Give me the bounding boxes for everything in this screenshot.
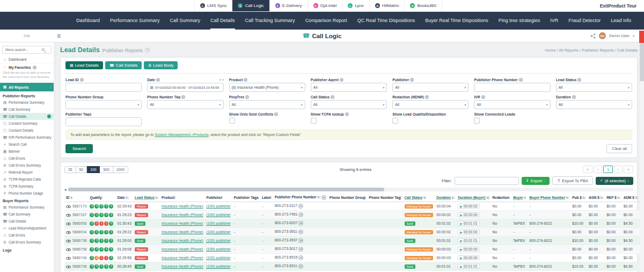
exit-product-tour-button[interactable]: ExitProduct Tour	[600, 3, 636, 9]
publisher-select[interactable]: All▾	[392, 83, 469, 92]
system-management-link[interactable]: System Management->Products	[155, 133, 208, 137]
scroll-left-icon[interactable]: ◂	[64, 188, 67, 192]
sidebar-item-call-summary[interactable]: ☎Call Summary	[0, 211, 54, 218]
breadcrumb[interactable]: Home / All Reports / Publisher Reports /…	[545, 48, 638, 53]
call-icon[interactable]: ☎	[298, 204, 303, 209]
call-icon[interactable]: ☎	[298, 264, 303, 269]
show-connected-leads-checkbox[interactable]	[474, 118, 480, 124]
page-size-500[interactable]: 500	[100, 166, 113, 173]
vertical-scrollbar[interactable]	[640, 44, 644, 272]
publisher-link[interactable]: (100) publisher	[206, 213, 230, 217]
sidebar-item-call-errors[interactable]: ⚠Call Errors	[0, 232, 54, 239]
nav-item-dashboard[interactable]: Dashboard	[76, 12, 100, 30]
col-ref[interactable]: REF $⇅i	[605, 194, 622, 202]
col-agn[interactable]: AGN $⇅i	[587, 194, 605, 202]
help-icon[interactable]: ?	[145, 48, 150, 53]
play-recording-button[interactable]: ▶00:00:00	[458, 230, 480, 234]
sidebar-item-lead-return-adjustment[interactable]: ↩Lead Return/Adjustment	[0, 225, 54, 232]
duration-select[interactable]: All▾	[556, 100, 632, 109]
sidebar-item-performance-summary[interactable]: ▤Performance Summary	[0, 99, 54, 106]
pager-next[interactable]: ›	[614, 166, 623, 173]
sidebar-item-call-details[interactable]: ☎Call Details	[0, 218, 54, 225]
vertical-scrollbar-thumb[interactable]	[640, 44, 644, 81]
page-size-100[interactable]: 100	[87, 166, 100, 173]
sidebar-item-call-errors[interactable]: ⚠Call Errors	[0, 155, 54, 162]
call-status-select[interactable]: All▾	[311, 100, 387, 109]
publisher-link[interactable]: (100) publisher	[206, 264, 230, 268]
product-tab-books360[interactable]: BBooks360	[404, 0, 442, 11]
product-select[interactable]: (6) Insurance Health (Phone)▾	[229, 83, 305, 92]
alert-tab[interactable]	[639, 31, 644, 43]
view-lead-icon[interactable]	[66, 223, 71, 225]
view-lead-icon[interactable]	[66, 205, 71, 208]
view-lead-icon[interactable]	[66, 231, 71, 234]
show-only-sold-conflicts-checkbox[interactable]	[229, 118, 235, 124]
publisher-link[interactable]: (100) publisher	[206, 256, 230, 260]
nav-item-comparison-report[interactable]: Comparison Report	[305, 12, 347, 30]
show-lead-quality-disposition-checkbox[interactable]	[392, 118, 398, 124]
product-link[interactable]: Insurance Health (Phone)	[162, 256, 203, 260]
export-to-pbx-button[interactable]: ↥Export To PBX	[552, 176, 593, 185]
nav-item-fraud-detector[interactable]: Fraud Detector	[568, 12, 601, 30]
product-tab-opt-intel[interactable]: OOpt-Intel	[308, 0, 342, 11]
pager-last[interactable]: »	[624, 166, 633, 173]
nav-item-buyer-real-time-dispositions[interactable]: Buyer Real Time Dispositions	[425, 12, 488, 30]
phone-number-group-select[interactable]: ▾	[65, 100, 142, 109]
sidebar-item-ivr-performance-summary[interactable]: ☎IVR Performance Summary	[0, 134, 54, 141]
page-size-1000[interactable]: 1000	[113, 166, 128, 173]
search-button[interactable]: Search	[65, 144, 93, 153]
product-tab-lms-sync[interactable]: LLMS Sync	[194, 0, 232, 11]
product-tab-lynx[interactable]: LLynx	[342, 0, 369, 11]
tab-call-details[interactable]: ☎Call Details	[105, 61, 142, 69]
product-link[interactable]: Insurance Health (Phone)	[162, 230, 203, 234]
pin-icon[interactable]	[47, 114, 51, 118]
menu-search-input[interactable]	[4, 47, 41, 52]
sidebar-item-consent-summary[interactable]: ▢Consent Summary	[0, 120, 54, 127]
sidebar-item-banner[interactable]: ▦Banner	[0, 148, 54, 155]
product-link[interactable]: Insurance Health (Phone)	[162, 247, 203, 251]
col-pub[interactable]: Pub $⇅i	[570, 194, 587, 202]
call-icon[interactable]: ☎	[298, 221, 303, 226]
play-recording-button[interactable]: ▶00:00:00	[458, 255, 480, 260]
publisher-link[interactable]: (100) publisher	[206, 239, 230, 242]
publisher-tags-input[interactable]	[68, 119, 139, 124]
col-buyer-phone-number[interactable]: Buyer Phone Number⇅i	[528, 194, 571, 202]
col-duration[interactable]: Duration⇅i	[435, 194, 456, 202]
nav-item-performance-summary[interactable]: Performance Summary	[110, 12, 160, 30]
sidebar-item-tcpa-rejected-calls[interactable]: ⊘TCPA Rejected Calls	[0, 176, 54, 183]
nav-item-lead-info[interactable]: Lead Info	[611, 12, 631, 30]
phone-number-tag-select[interactable]: All▾	[147, 100, 223, 109]
scrollbar-thumb[interactable]	[68, 188, 385, 191]
page-size-25[interactable]: 25	[64, 166, 76, 173]
play-recording-button[interactable]: ▶00:01:01	[458, 264, 480, 269]
nav-item-ivr[interactable]: IVR	[550, 12, 558, 30]
nav-item-qc-real-time-dispositions[interactable]: QC Real Time Dispositions	[357, 12, 415, 30]
play-recording-button[interactable]: ▶00:00:02	[458, 204, 480, 209]
menu-toggle-icon[interactable]: ≡	[57, 33, 61, 39]
col-lead-status[interactable]: Lead Status⇅i	[133, 194, 160, 202]
sidebar-item-call-summary[interactable]: ☎Call Summary	[0, 106, 54, 113]
publisher-phone-number-input[interactable]	[477, 85, 547, 90]
call-icon[interactable]: ☎	[298, 212, 303, 217]
col-adm[interactable]: ADM $⇅i	[622, 194, 640, 202]
nav-item-call-details[interactable]: Call Details	[210, 12, 235, 30]
scrollbar-track[interactable]	[68, 188, 633, 191]
sidebar-item-call-errors-summary[interactable]: ≣Call Errors Summary	[0, 239, 54, 246]
publisher-link[interactable]: (100) publisher	[206, 204, 230, 208]
date-next-icon[interactable]: ›	[222, 78, 223, 82]
publisher-link[interactable]: (100) publisher	[206, 230, 230, 234]
table-filter-input[interactable]	[455, 177, 519, 185]
col-publisher-phone-number[interactable]: Publisher Phone Number⇅i☎	[273, 194, 328, 202]
col-duration-buyer[interactable]: Duration (Buyer)⇅i	[456, 194, 491, 202]
col-call-status[interactable]: Call Status⇅i	[403, 194, 435, 202]
sidebar-item-performance-summary[interactable]: ▤Performance Summary	[0, 204, 54, 211]
clear-all-button[interactable]: Clear all	[606, 144, 632, 153]
lead-id-input[interactable]	[68, 85, 139, 90]
call-icon[interactable]: ☎	[298, 230, 303, 234]
product-link[interactable]: Insurance Health (Phone)	[162, 213, 203, 217]
view-lead-icon[interactable]	[66, 214, 71, 217]
sidebar-item-tcpa-summary[interactable]: ≣TCPA Summary	[0, 183, 54, 190]
product-link[interactable]: Insurance Health (Phone)	[162, 221, 203, 225]
pager-first[interactable]: «	[583, 166, 592, 173]
call-icon[interactable]: ☎	[298, 238, 303, 243]
